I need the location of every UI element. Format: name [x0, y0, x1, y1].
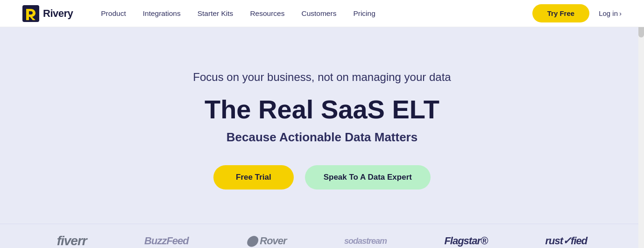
nav-link-integrations[interactable]: Integrations — [143, 9, 181, 18]
try-free-button[interactable]: Try Free — [532, 4, 589, 22]
hero-buttons: Free Trial Speak To A Data Expert — [213, 165, 431, 190]
navbar: Rivery Product Integrations Starter Kits… — [0, 0, 644, 27]
nav-link-customers[interactable]: Customers — [301, 9, 336, 18]
login-label: Log in — [599, 9, 618, 17]
logos-bar: fiverr BuzzFeed ⬤ Rover sodastream Flags… — [0, 224, 644, 248]
nav-link-starter-kits[interactable]: Starter Kits — [198, 9, 234, 18]
speak-to-expert-button[interactable]: Speak To A Data Expert — [305, 165, 431, 190]
nav-links: Product Integrations Starter Kits Resour… — [101, 9, 532, 18]
scrollbar[interactable] — [638, 0, 644, 248]
login-link[interactable]: Log in › — [599, 9, 622, 17]
logo-sodastream: sodastream — [344, 236, 387, 246]
hero-section: Focus on your business, not on managing … — [0, 27, 644, 224]
logo-fiverr: fiverr — [57, 233, 87, 248]
rivery-logo-icon — [22, 5, 39, 22]
logo-rover: ⬤ Rover — [246, 235, 286, 247]
nav-actions: Try Free Log in › — [532, 4, 622, 22]
nav-link-pricing[interactable]: Pricing — [353, 9, 375, 18]
nav-link-resources[interactable]: Resources — [250, 9, 284, 18]
hero-description: Because Actionable Data Matters — [226, 130, 418, 145]
login-arrow: › — [619, 9, 622, 17]
logo-text: Rivery — [43, 7, 73, 20]
free-trial-button[interactable]: Free Trial — [213, 165, 294, 190]
hero-subtitle: Focus on your business, not on managing … — [193, 71, 451, 84]
nav-link-product[interactable]: Product — [101, 9, 126, 18]
logo-buzzfeed: BuzzFeed — [144, 235, 189, 247]
logo-rustified: rust✓fied — [545, 235, 587, 247]
logo-flagstar: Flagstar® — [444, 235, 488, 247]
logo-link[interactable]: Rivery — [22, 5, 73, 22]
svg-rect-0 — [22, 5, 39, 22]
hero-title: The Real SaaS ELT — [205, 95, 439, 124]
